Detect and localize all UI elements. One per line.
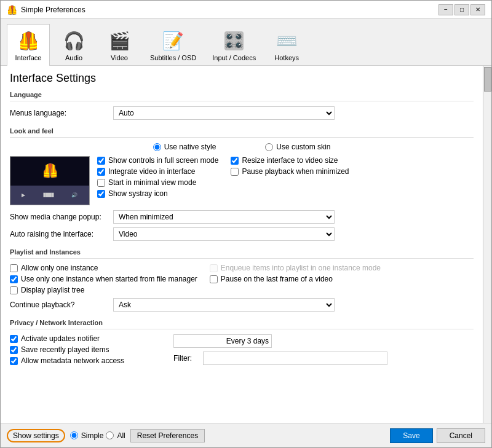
menus-language-row: Menus language: Auto English French Germ… (10, 106, 474, 120)
bottom-bar: Show settings Simple All Reset Preferenc… (1, 423, 491, 447)
style-radio-row: Use native style Use custom skin (10, 143, 474, 151)
all-mode-option[interactable]: All (106, 431, 125, 440)
audio-tab-icon: 🎧 (62, 28, 86, 53)
video-tab-label: Video (111, 54, 128, 61)
playlist-checkboxes-right: Enqueue items into playlist in one insta… (210, 264, 381, 294)
minimal-view-label: Start in minimal view mode (108, 178, 196, 187)
one-instance-file-label: Use only one instance when started from … (21, 275, 197, 283)
metadata-access-label: Allow metadata network access (21, 356, 124, 365)
fullscreen-controls-checkbox[interactable]: Show controls in full screen mode (97, 156, 218, 165)
pause-last-frame-checkbox[interactable]: Pause on the last frame of a video (210, 275, 381, 283)
display-playlist-label: Display playlist tree (21, 286, 84, 294)
play-icon: ▶ (22, 192, 25, 198)
show-settings-button[interactable]: Show settings (7, 429, 65, 442)
interface-preview: 🦺 ▶ ████ 🔊 (10, 156, 90, 205)
language-section: Language Menus language: Auto English Fr… (10, 91, 474, 120)
one-instance-input[interactable] (10, 264, 18, 272)
updates-interval-input[interactable] (173, 334, 272, 348)
vlc-cone-icon: 🦺 (42, 163, 58, 179)
checkbox-col-2: Resize interface to video size Pause pla… (231, 156, 349, 198)
pause-minimized-checkbox[interactable]: Pause playback when minimized (231, 167, 349, 176)
subtitles-tab-label: Subtitles / OSD (150, 54, 196, 61)
show-media-popup-select[interactable]: When minimized Always Never (113, 210, 335, 224)
playlist-checkboxes-left: Allow only one instance Use only one ins… (10, 264, 197, 294)
resize-interface-checkbox[interactable]: Resize interface to video size (231, 156, 349, 165)
native-style-radio[interactable] (153, 143, 161, 151)
volume-icon: 🔊 (71, 192, 77, 198)
continue-playback-row: Continue playback? Ask Always Never (10, 298, 474, 312)
enqueue-items-checkbox[interactable]: Enqueue items into playlist in one insta… (210, 264, 381, 272)
minimal-view-input[interactable] (97, 179, 105, 187)
tab-subtitles[interactable]: 📝 Subtitles / OSD (143, 24, 203, 65)
integrate-video-input[interactable] (97, 168, 105, 176)
resize-interface-input[interactable] (231, 157, 239, 165)
enqueue-items-label: Enqueue items into playlist in one insta… (221, 264, 381, 272)
minimize-button[interactable]: − (438, 4, 453, 15)
one-instance-file-input[interactable] (10, 275, 18, 283)
updates-notifier-checkbox[interactable]: Activate updates notifier (10, 334, 124, 343)
title-bar-controls: − □ ✕ (438, 4, 485, 15)
simple-mode-radio[interactable] (70, 431, 78, 439)
bar-icon: ████ (43, 193, 54, 197)
filter-input[interactable] (203, 352, 387, 365)
custom-skin-label: Use custom skin (276, 143, 330, 151)
all-mode-radio[interactable] (106, 431, 114, 439)
save-button[interactable]: Save (390, 428, 432, 443)
menus-language-select[interactable]: Auto English French German Spanish (113, 106, 335, 120)
playlist-section: Playlist and Instances Allow only one in… (10, 248, 474, 312)
pause-last-frame-label: Pause on the last frame of a video (221, 275, 333, 283)
native-style-label: Use native style (164, 143, 216, 151)
show-media-popup-label: Show media change popup: (10, 213, 108, 221)
scrollbar[interactable] (483, 66, 491, 423)
auto-raising-select[interactable]: Video Always Never (113, 227, 335, 241)
bottom-left: Show settings Simple All Reset Preferenc… (7, 429, 205, 442)
playlist-section-title: Playlist and Instances (10, 248, 474, 256)
privacy-right: Filter: (173, 334, 387, 369)
display-playlist-input[interactable] (10, 286, 18, 294)
updates-notifier-input[interactable] (10, 335, 18, 343)
tab-input[interactable]: 🎛️ Input / Codecs (205, 24, 263, 65)
display-playlist-checkbox[interactable]: Display playlist tree (10, 286, 197, 294)
tab-video[interactable]: 🎬 Video (98, 24, 141, 65)
minimal-view-checkbox[interactable]: Start in minimal view mode (97, 178, 218, 187)
recently-played-checkbox[interactable]: Save recently played items (10, 345, 124, 354)
scrollbar-thumb[interactable] (484, 67, 491, 92)
interface-tab-icon: 🦺 (16, 28, 41, 53)
audio-tab-label: Audio (65, 54, 82, 61)
continue-playback-select[interactable]: Ask Always Never (113, 298, 335, 312)
maximize-button[interactable]: □ (454, 4, 469, 15)
page-title: Interface Settings (10, 72, 474, 85)
one-instance-checkbox[interactable]: Allow only one instance (10, 264, 197, 272)
content-area: Interface Settings Language Menus langua… (1, 66, 491, 423)
custom-skin-option[interactable]: Use custom skin (265, 143, 330, 151)
integrate-video-checkbox[interactable]: Integrate video in interface (97, 167, 218, 176)
auto-raising-row: Auto raising the interface: Video Always… (10, 227, 474, 241)
hotkeys-tab-label: Hotkeys (274, 54, 299, 61)
filter-label: Filter: (173, 354, 198, 363)
cancel-button[interactable]: Cancel (437, 428, 485, 443)
systray-input[interactable] (97, 190, 105, 198)
playlist-content: Allow only one instance Use only one ins… (10, 264, 474, 294)
simple-mode-option[interactable]: Simple (70, 431, 104, 440)
window-title: Simple Preferences (21, 6, 85, 14)
reset-preferences-button[interactable]: Reset Preferences (130, 429, 205, 442)
custom-skin-radio[interactable] (265, 143, 273, 151)
close-button[interactable]: ✕ (470, 4, 485, 15)
tab-interface[interactable]: 🦺 Interface (7, 24, 50, 66)
recently-played-label: Save recently played items (21, 345, 109, 354)
title-bar-left: 🦺 Simple Preferences (7, 5, 85, 15)
metadata-access-checkbox[interactable]: Allow metadata network access (10, 356, 124, 365)
recently-played-input[interactable] (10, 346, 18, 354)
tab-hotkeys[interactable]: ⌨️ Hotkeys (265, 24, 308, 65)
tab-audio[interactable]: 🎧 Audio (52, 24, 95, 65)
pause-minimized-input[interactable] (231, 168, 239, 176)
one-instance-file-checkbox[interactable]: Use only one instance when started from … (10, 275, 197, 283)
native-style-option[interactable]: Use native style (153, 143, 216, 151)
app-icon: 🦺 (7, 5, 17, 15)
metadata-access-input[interactable] (10, 357, 18, 365)
privacy-checkboxes: Activate updates notifier Save recently … (10, 334, 124, 365)
pause-last-frame-input[interactable] (210, 275, 218, 283)
fullscreen-controls-input[interactable] (97, 157, 105, 165)
bottom-right: Save Cancel (390, 428, 485, 443)
systray-checkbox[interactable]: Show systray icon (97, 189, 218, 198)
